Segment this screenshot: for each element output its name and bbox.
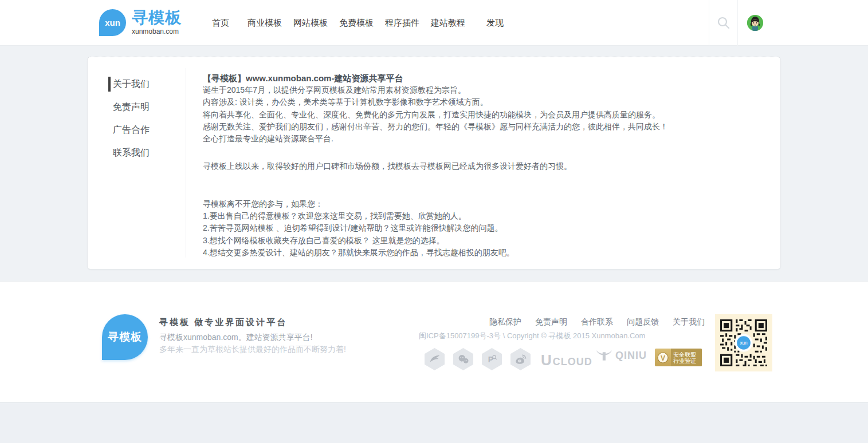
about-line: 诞生于2015年7月，以提供分享网页模板及建站常用素材资源教程为宗旨。 — [203, 84, 763, 96]
footer-link-privacy[interactable]: 隐私保护 — [489, 317, 521, 327]
badge-line-1: 安全联盟 — [673, 351, 702, 358]
footer-tagline-1: 寻模板xunmoban.com。建站资源共享平台! — [159, 333, 313, 343]
logo-bubble-text: xun — [105, 18, 120, 27]
about-line: 4.想结交更多热爱设计、建站的朋友？那就快来展示您的作品，寻找志趣相投的朋友吧。 — [203, 247, 763, 259]
about-title: 【寻模板】www.xunmoban.com-建站资源共享平台 — [203, 72, 763, 84]
bottom-strip — [0, 402, 868, 443]
partner-qiniu-logo[interactable]: QINIU — [595, 349, 647, 362]
sidebar-item-about-us[interactable]: 关于我们 — [88, 77, 186, 92]
qiniu-wordmark: QINIU — [615, 350, 647, 362]
site-logo[interactable]: xun 寻模板 xunmoban.com — [99, 9, 182, 36]
ucloud-rest: CLOUD — [553, 356, 592, 368]
about-line: 将向着共享化、全面化、专业化、深度化、免费化的多元方向发展，打造实用快捷的功能模… — [203, 109, 763, 121]
footer-social-row: P — [425, 348, 531, 370]
qr-code-image: xun — [718, 318, 769, 368]
main-nav: 首页 商业模板 网站模板 免费模板 程序插件 建站教程 发现 — [212, 0, 504, 46]
site-domain: xunmoban.com — [132, 27, 182, 35]
nav-item-plugins[interactable]: 程序插件 — [385, 18, 419, 29]
about-line: 寻模板上线以来，取得较好的用户口碑和市场份额，找模板去寻模板网已经成为很多设计爱… — [203, 160, 763, 172]
social-weibo-icon[interactable] — [510, 348, 531, 370]
about-line: 1.要出售自己的得意模板？欢迎您来这里交易，找到需要她、欣赏她的人。 — [203, 210, 763, 222]
nav-item-website-templates[interactable]: 网站模板 — [293, 18, 328, 29]
search-icon — [717, 16, 730, 30]
social-wechat-icon[interactable] — [453, 348, 473, 370]
svg-text:V: V — [661, 354, 665, 362]
nav-item-home[interactable]: 首页 — [212, 18, 229, 29]
about-line: 感谢无数关注、爱护我们的朋友们，感谢付出辛苦、努力的您们。年轻的《寻模板》愿与同… — [203, 121, 763, 133]
about-sidebar: 关于我们 免责声明 广告合作 联系我们 — [88, 77, 186, 168]
social-deviantart-icon[interactable] — [425, 348, 445, 370]
sidebar-divider — [186, 68, 186, 258]
footer-link-disclaimer[interactable]: 免责声明 — [535, 317, 567, 327]
footer-copyright: 闽ICP备15007199号-3号 \ Copyright © 寻模板 2015… — [419, 331, 645, 341]
footer: 寻模板 寻模板 做专业界面设计平台 寻模板xunmoban.com。建站资源共享… — [0, 281, 868, 402]
nav-item-tutorials[interactable]: 建站教程 — [431, 18, 465, 29]
header: xun 寻模板 xunmoban.com 首页 商业模板 网站模板 免费模板 程… — [0, 0, 868, 46]
footer-logo-text: 寻模板 — [108, 330, 142, 345]
footer-tagline-2: 多年来一直为草根站长提供最好的作品而不断努力着! — [159, 345, 346, 355]
about-card: 关于我们 免责声明 广告合作 联系我们 【寻模板】www.xunmoban.co… — [87, 57, 781, 270]
about-line: 寻模板离不开您的参与，如果您： — [203, 198, 763, 210]
qiniu-bull-icon — [595, 349, 613, 362]
qr-center-logo: xun — [740, 341, 748, 346]
nav-item-discover[interactable]: 发现 — [486, 18, 504, 29]
site-name: 寻模板 — [132, 9, 182, 26]
ucloud-big-u: U — [541, 351, 552, 369]
sidebar-item-contact-us[interactable]: 联系我们 — [88, 145, 186, 160]
footer-links: 隐私保护 免责声明 合作联系 问题反馈 关于我们 — [489, 317, 705, 327]
social-p-search-icon[interactable]: P — [482, 348, 502, 370]
partner-ucloud-logo[interactable]: UCLOUD — [541, 351, 592, 369]
about-line: 2.苦苦寻觅网站模板 、迫切希望得到设计/建站帮助？这里或许能很快解决您的问题。 — [203, 222, 763, 234]
footer-link-about[interactable]: 关于我们 — [673, 317, 705, 327]
sidebar-item-disclaimer[interactable]: 免责声明 — [88, 100, 186, 114]
about-line: 3.想找个网络模板收藏夹存放自己喜爱的模板？ 这里就是您的选择。 — [203, 235, 763, 247]
footer-logo-bubble[interactable]: 寻模板 — [102, 314, 148, 360]
footer-link-cooperation[interactable]: 合作联系 — [581, 317, 613, 327]
user-avatar[interactable] — [747, 15, 763, 31]
badge-text: 安全联盟 行业验证 — [671, 349, 702, 366]
avatar-image — [747, 15, 763, 31]
badge-medal-icon: V — [655, 349, 671, 366]
badge-line-2: 行业验证 — [673, 358, 702, 364]
logo-bubble-icon: xun — [99, 9, 126, 36]
search-button[interactable] — [709, 0, 738, 46]
nav-item-free-templates[interactable]: 免费模板 — [339, 18, 374, 29]
sidebar-item-ad-cooperation[interactable]: 广告合作 — [88, 122, 186, 137]
footer-heading: 寻模板 做专业界面设计平台 — [159, 317, 287, 328]
footer-link-feedback[interactable]: 问题反馈 — [627, 317, 659, 327]
security-alliance-badge[interactable]: V 安全联盟 行业验证 — [655, 349, 702, 366]
logo-text: 寻模板 xunmoban.com — [132, 9, 182, 35]
about-line: 全心打造最专业的建站资源聚合平台. — [203, 133, 763, 145]
about-line: 内容涉及: 设计类，办公类，美术类等基于计算机数字影像和数字艺术领域方面。 — [203, 96, 763, 108]
about-content: 【寻模板】www.xunmoban.com-建站资源共享平台 诞生于2015年7… — [203, 72, 763, 259]
qr-code: xun — [715, 314, 772, 371]
nav-item-commercial-templates[interactable]: 商业模板 — [248, 18, 282, 29]
